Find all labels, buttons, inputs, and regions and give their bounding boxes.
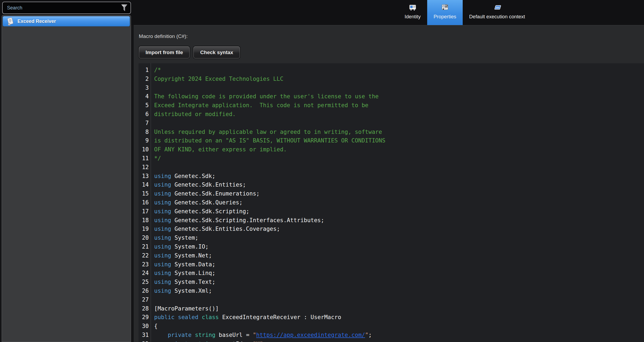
tab-default-execution-context-label: Default execution context <box>469 14 525 20</box>
filter-funnel-icon[interactable] <box>121 4 128 12</box>
code-line: 15using Genetec.Sdk.Enumerations; <box>139 189 644 198</box>
code-line: 29public sealed class ExceedIntegrateRec… <box>139 313 644 322</box>
code-line: 2Copyright 2024 Exceed Technologies LLC <box>139 75 644 83</box>
code-line: 6distributed or modified. <box>139 110 644 119</box>
code-editor[interactable]: 1/*2Copyright 2024 Exceed Technologies L… <box>139 63 644 342</box>
code-line: 3 <box>139 83 644 92</box>
code-line: 20using System; <box>139 233 644 242</box>
code-line: 8Unless required by applicable law or ag… <box>139 128 644 137</box>
code-line: 19using Genetec.Sdk.Entities.Coverages; <box>139 225 644 233</box>
execution-context-window-icon <box>493 3 502 12</box>
code-line: 11*/ <box>139 154 644 163</box>
tab-bar: Identity Properties Default execution <box>398 0 532 25</box>
import-from-file-button[interactable]: Import from file <box>139 46 190 58</box>
code-line: 9is distributed on an "AS IS" BASIS, WIT… <box>139 136 644 145</box>
code-lines: 1/*2Copyright 2024 Exceed Technologies L… <box>139 66 644 342</box>
code-line: 30{ <box>139 322 644 331</box>
code-line: 27 <box>139 295 644 304</box>
code-line: 18using Genetec.Sdk.Scripting.Interfaces… <box>139 216 644 225</box>
search-input[interactable] <box>7 5 121 11</box>
search-box <box>2 2 131 14</box>
code-line: 14using Genetec.Sdk.Entities; <box>139 180 644 189</box>
code-line: 17using Genetec.Sdk.Scripting; <box>139 207 644 216</box>
code-line: 13using Genetec.Sdk; <box>139 172 644 181</box>
button-row: Import from file Check syntax <box>139 46 240 58</box>
code-line: 26using System.Xml; <box>139 287 644 295</box>
entity-row-exceed-receiver[interactable]: Exceed Receiver <box>3 16 130 26</box>
properties-checklist-icon <box>440 3 450 12</box>
tab-properties[interactable]: Properties <box>427 0 463 25</box>
entity-label: Exceed Receiver <box>17 19 56 24</box>
tab-properties-label: Properties <box>434 14 456 20</box>
code-line: 22using System.Net; <box>139 251 644 260</box>
properties-page: Macro definition (C#): Import from file … <box>134 25 644 342</box>
code-line: 28[MacroParameters()] <box>139 304 644 313</box>
entity-tree-panel: Exceed Receiver <box>2 15 131 342</box>
code-line: 32 private string agentId = "X"; <box>139 340 644 342</box>
code-line: 31 private string baseUrl = "https://app… <box>139 331 644 340</box>
code-line: 16using Genetec.Sdk.Queries; <box>139 198 644 207</box>
code-line: 24using System.Linq; <box>139 269 644 278</box>
gutter-divider <box>151 63 151 342</box>
tab-identity[interactable]: Identity <box>398 0 427 25</box>
code-line: 23using System.Data; <box>139 260 644 269</box>
code-line: 4The following code is provided under th… <box>139 92 644 101</box>
code-line: 1/* <box>139 66 644 75</box>
check-syntax-button[interactable]: Check syntax <box>193 46 240 58</box>
tab-identity-label: Identity <box>405 14 421 20</box>
code-line: 7 <box>139 119 644 128</box>
code-line: 21using System.IO; <box>139 242 644 251</box>
code-line: 12 <box>139 163 644 172</box>
code-line: 25using System.Text; <box>139 278 644 287</box>
identity-card-icon <box>408 3 417 12</box>
macro-scroll-icon <box>6 17 14 26</box>
tab-default-execution-context[interactable]: Default execution context <box>463 0 532 25</box>
code-line: 5Exceed Integrate application. This code… <box>139 101 644 110</box>
macro-definition-label: Macro definition (C#): <box>139 33 188 39</box>
code-line: 10OF ANY KIND, either express or implied… <box>139 145 644 154</box>
